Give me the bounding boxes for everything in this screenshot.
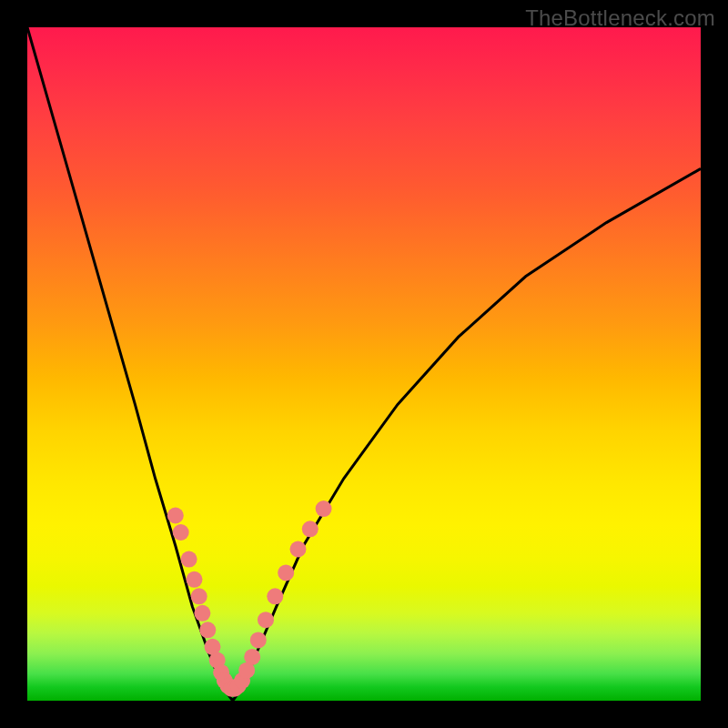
watermark-text: TheBottleneck.com [525,5,715,31]
curve-marker [258,612,274,628]
curve-marker [187,571,203,588]
plot-area [27,27,701,701]
curve-marker [290,541,307,558]
curve-marker [244,649,260,665]
curve-marker [167,508,184,524]
curve-marker [194,605,210,622]
chart-frame: TheBottleneck.com [0,0,728,728]
curve-marker [173,524,189,541]
curve-marker [316,500,332,517]
curve-markers [167,500,332,697]
curve-marker [278,564,294,581]
bottleneck-curve-svg [27,27,701,701]
curve-marker [302,521,318,537]
bottleneck-curve [27,27,701,701]
curve-marker [191,588,207,604]
curve-marker [267,588,283,604]
curve-marker [181,551,197,568]
curve-marker [250,632,267,648]
curve-marker [199,622,216,638]
